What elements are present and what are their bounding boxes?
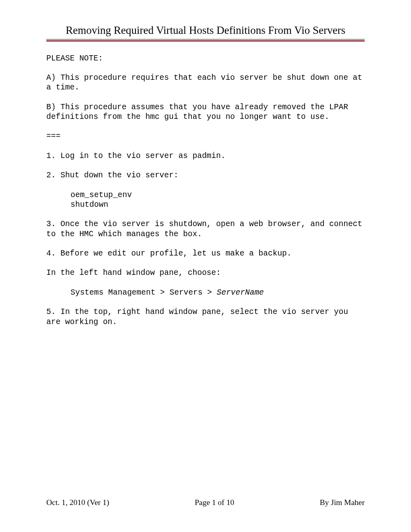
note-label: PLEASE NOTE:: [46, 54, 365, 63]
footer-page: Page 1 of 10: [195, 498, 234, 507]
step-3: 3. Once the vio server is shutdown, open…: [46, 219, 365, 239]
title-underline: [46, 40, 365, 42]
note-a: A) This procedure requires that each vio…: [46, 73, 365, 93]
nav-path: Systems Management > Servers > ServerNam…: [46, 288, 365, 297]
page-container: Removing Required Virtual Hosts Definiti…: [0, 0, 411, 532]
step-1: 1. Log in to the vio server as padmin.: [46, 151, 365, 161]
nav-servername: ServerName: [217, 288, 264, 297]
document-body: PLEASE NOTE: A) This procedure requires …: [46, 54, 365, 327]
command-1: oem_setup_env: [46, 190, 365, 200]
nav-prefix: Systems Management > Servers >: [71, 288, 217, 297]
page-footer: Oct. 1, 2010 (Ver 1) Page 1 of 10 By Jim…: [46, 498, 365, 507]
step-2: 2. Shut down the vio server:: [46, 170, 365, 180]
step-4: 4. Before we edit our profile, let us ma…: [46, 249, 365, 258]
footer-author: By Jim Maher: [320, 498, 365, 507]
step-4b: In the left hand window pane, choose:: [46, 268, 365, 278]
note-b: B) This procedure assumes that you have …: [46, 102, 365, 122]
separator: ===: [46, 131, 365, 141]
page-title: Removing Required Virtual Hosts Definiti…: [46, 24, 365, 39]
footer-date: Oct. 1, 2010 (Ver 1): [46, 498, 109, 507]
step-5: 5. In the top, right hand window pane, s…: [46, 307, 365, 327]
command-2: shutdown: [46, 200, 365, 210]
